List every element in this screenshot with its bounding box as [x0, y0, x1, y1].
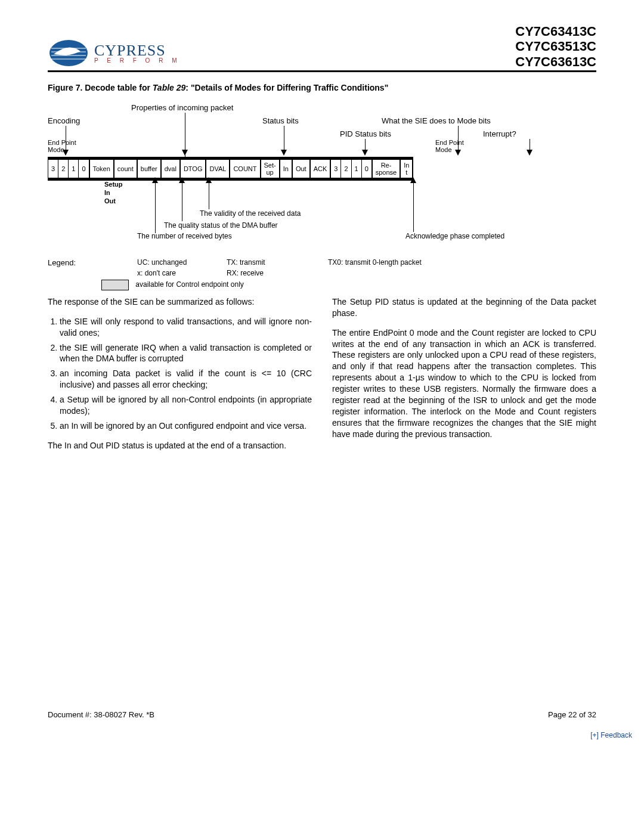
legend-title: Legend:	[48, 258, 76, 267]
part-2: CY7C63513C	[515, 39, 596, 54]
right-para-2: The entire EndPoint 0 mode and the Count…	[332, 327, 596, 440]
legend-box-text: available for Control endpoint only	[135, 280, 243, 289]
decode-diagram: Properties of incoming packet Encoding S…	[48, 103, 596, 288]
sie-list: the SIE will only respond to valid trans…	[48, 316, 312, 432]
note-validity: The validity of the received data	[200, 209, 301, 218]
list-item: an In will be ignored by an Out configur…	[60, 420, 312, 432]
list-item: the SIE will only respond to valid trans…	[60, 316, 312, 339]
note-ack: Acknowledge phase completed	[405, 232, 504, 240]
token-in: In	[104, 189, 110, 196]
doc-number: Document #: 38-08027 Rev. *B	[48, 710, 154, 719]
label-interrupt: Interrupt?	[483, 129, 516, 138]
token-setup: Setup	[104, 181, 123, 188]
legend-x: x: don't care	[137, 269, 176, 277]
part-3: CY7C63613C	[515, 54, 596, 69]
page-number: Page 22 of 32	[548, 710, 596, 719]
label-pid-status: PID Status bits	[340, 129, 391, 138]
token-out: Out	[104, 197, 116, 205]
right-column: The Setup PID status is updated at the b…	[332, 288, 596, 460]
bit-row-table: 3 2 1 0 Token count buffer dval DTOG DVA…	[48, 157, 413, 181]
feedback-link[interactable]: [+] Feedback	[48, 731, 632, 739]
note-count: The number of received bytes	[137, 232, 232, 240]
intro-text: The response of the SIE can be summarize…	[48, 296, 312, 308]
list-item: a Setup will be ignored by all non-Contr…	[60, 394, 312, 417]
legend-rx: RX: receive	[227, 269, 264, 277]
right-para-1: The Setup PID status is updated at the b…	[332, 296, 596, 319]
legend-tx: TX: transmit	[227, 258, 265, 267]
label-sie-action: What the SIE does to Mode bits	[382, 116, 491, 125]
left-column: The response of the SIE can be summarize…	[48, 288, 312, 460]
logo: CYPRESS P E R F O R M	[48, 36, 181, 69]
note-quality: The quality status of the DMA buffer	[164, 221, 278, 230]
legend-uc: UC: unchanged	[137, 258, 187, 267]
label-encoding: Encoding	[48, 116, 80, 125]
label-ep-mode-left: End Point Mode	[48, 139, 76, 153]
label-ep-mode-right: End Point Mode	[435, 139, 464, 153]
left-para: The In and Out PID status is updated at …	[48, 440, 312, 451]
part-numbers: CY7C63413C CY7C63513C CY7C63613C	[515, 24, 596, 69]
logo-tagline: P E R F O R M	[94, 57, 181, 64]
legend-tx0: TX0: transmit 0-length packet	[328, 258, 422, 267]
list-item: an incoming Data packet is valid if the …	[60, 368, 312, 391]
list-item: the SIE will generate IRQ when a valid t…	[60, 342, 312, 365]
label-properties: Properties of incoming packet	[131, 103, 233, 112]
part-1: CY7C63413C	[515, 24, 596, 39]
page-footer: Document #: 38-08027 Rev. *B Page 22 of …	[48, 710, 596, 719]
label-status-bits: Status bits	[262, 116, 299, 125]
page-header: CYPRESS P E R F O R M CY7C63413C CY7C635…	[48, 24, 596, 72]
body-columns: The response of the SIE can be summarize…	[48, 288, 596, 460]
cypress-logo-icon	[48, 36, 89, 69]
figure-caption: Figure 7. Decode table for Table 29: "De…	[48, 83, 596, 92]
legend-shaded-box	[101, 280, 129, 290]
